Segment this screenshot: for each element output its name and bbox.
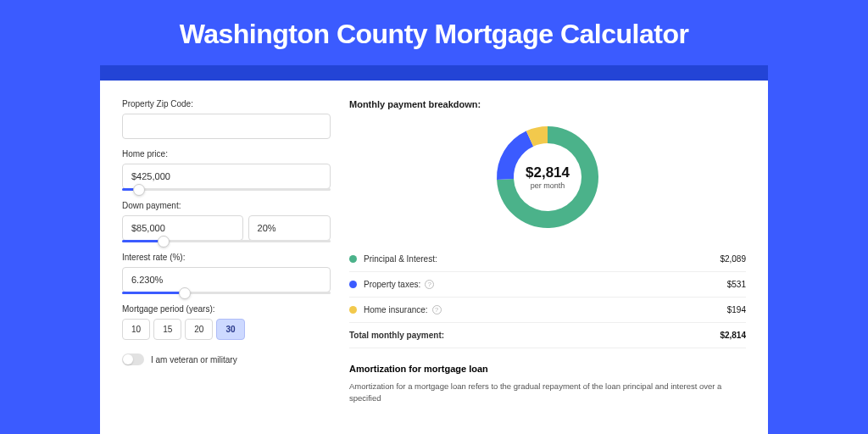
legend-row: Home insurance:?$194 — [349, 298, 746, 323]
interest-rate-label: Interest rate (%): — [122, 253, 331, 262]
payment-donut-chart: $2,814 per month — [493, 123, 602, 231]
total-value: $2,814 — [720, 331, 746, 340]
legend-label: Property taxes: — [364, 280, 420, 289]
home-price-slider[interactable] — [122, 188, 331, 191]
legend-dot-icon — [349, 255, 357, 263]
info-icon[interactable]: ? — [432, 305, 442, 314]
legend-row: Principal & Interest:$2,089 — [349, 247, 746, 272]
period-button-15[interactable]: 15 — [153, 319, 181, 340]
donut-amount: $2,814 — [526, 164, 570, 181]
interest-rate-input[interactable] — [122, 267, 331, 292]
period-button-20[interactable]: 20 — [185, 319, 213, 340]
veteran-label: I am veteran or military — [151, 355, 237, 364]
period-label: Mortgage period (years): — [122, 304, 331, 314]
legend-dot-icon — [349, 281, 357, 288]
page-title: Washington County Mortgage Calculator — [0, 0, 868, 65]
breakdown-title: Monthly payment breakdown: — [349, 99, 746, 109]
home-price-label: Home price: — [122, 149, 331, 159]
zip-label: Property Zip Code: — [122, 99, 331, 108]
breakdown-panel: Monthly payment breakdown: $2,814 per mo… — [349, 99, 746, 418]
legend-label: Home insurance: — [364, 305, 428, 314]
total-label: Total monthly payment: — [349, 331, 444, 340]
legend-value: $531 — [727, 280, 746, 289]
legend-dot-icon — [349, 306, 357, 314]
calculator-band: Property Zip Code: Home price: Down paym… — [100, 65, 768, 434]
period-button-30[interactable]: 30 — [216, 319, 244, 340]
form-panel: Property Zip Code: Home price: Down paym… — [122, 99, 331, 418]
amortization-section: Amortization for mortgage loan Amortizat… — [349, 364, 746, 405]
down-payment-slider[interactable] — [122, 240, 331, 242]
calculator-card: Property Zip Code: Home price: Down paym… — [100, 81, 768, 434]
legend-row: Property taxes:?$531 — [349, 272, 746, 298]
down-payment-label: Down payment: — [122, 201, 331, 210]
period-button-10[interactable]: 10 — [122, 319, 150, 340]
legend-value: $194 — [727, 305, 746, 314]
legend-label: Principal & Interest: — [364, 254, 437, 264]
veteran-toggle[interactable] — [122, 353, 144, 365]
home-price-input[interactable] — [122, 164, 331, 189]
interest-rate-slider[interactable] — [122, 292, 331, 294]
amortization-title: Amortization for mortgage loan — [349, 364, 746, 374]
slider-thumb-icon[interactable] — [133, 184, 145, 196]
total-row: Total monthly payment: $2,814 — [349, 323, 746, 348]
down-payment-pct-input[interactable] — [248, 215, 331, 241]
slider-thumb-icon[interactable] — [179, 287, 191, 299]
legend-value: $2,089 — [720, 254, 746, 264]
info-icon[interactable]: ? — [425, 280, 434, 289]
down-payment-amount-input[interactable] — [122, 215, 243, 241]
donut-sub: per month — [531, 181, 565, 190]
slider-thumb-icon[interactable] — [158, 236, 170, 248]
amortization-text: Amortization for a mortgage loan refers … — [349, 381, 746, 405]
zip-input[interactable] — [122, 114, 331, 139]
